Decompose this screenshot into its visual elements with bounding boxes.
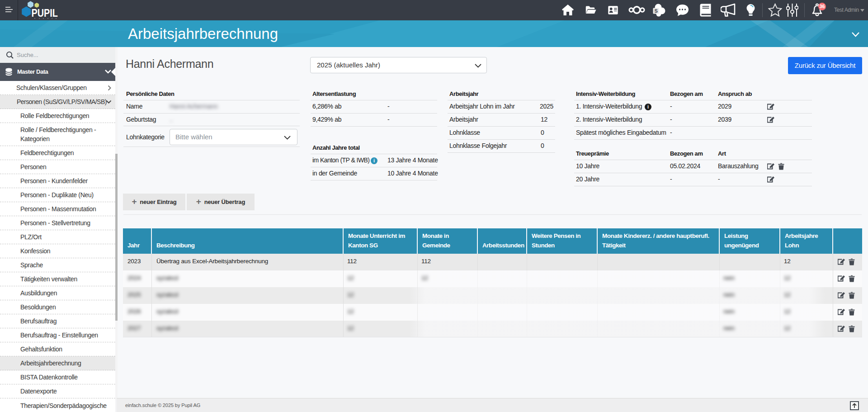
svg-text:PUPIL: PUPIL (32, 7, 58, 19)
svg-text:S: S (655, 8, 658, 14)
